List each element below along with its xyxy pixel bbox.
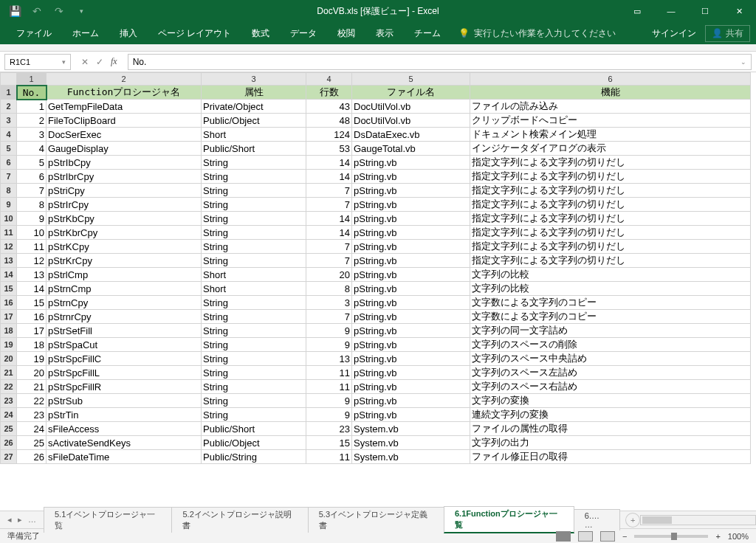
cell[interactable]: String — [202, 184, 306, 198]
cell[interactable]: Short — [202, 282, 306, 296]
view-normal-icon[interactable] — [556, 531, 571, 542]
header-cell-attr[interactable]: 属性 — [202, 86, 306, 100]
cell[interactable]: 7 — [17, 184, 47, 198]
chevron-down-icon[interactable]: ▾ — [62, 58, 66, 66]
cell[interactable]: String — [202, 212, 306, 226]
tab-review[interactable]: 校閲 — [327, 22, 365, 44]
cancel-formula-icon[interactable]: ✕ — [81, 57, 89, 67]
cell[interactable]: 指定文字列による文字列の切りだし — [470, 240, 751, 254]
sheet-nav-more[interactable]: … — [28, 515, 36, 525]
row-header[interactable]: 7 — [1, 170, 17, 184]
col-header[interactable]: 5 — [352, 73, 470, 86]
cell[interactable]: 指定文字列による文字列の切りだし — [470, 254, 751, 268]
enter-formula-icon[interactable]: ✓ — [96, 57, 103, 67]
header-cell-file[interactable]: ファイル名 — [352, 86, 470, 100]
cell[interactable]: 指定文字列による文字列の切りだし — [470, 226, 751, 240]
row-header[interactable]: 8 — [1, 184, 17, 198]
cell[interactable]: String — [202, 198, 306, 212]
tell-me-box[interactable]: 💡 実行したい作業を入力してください — [458, 27, 616, 40]
cell[interactable]: 22 — [17, 394, 47, 408]
cell[interactable]: Private/Object — [202, 100, 306, 114]
cell[interactable]: 14 — [306, 226, 352, 240]
cell[interactable]: pStrSpcFillC — [47, 352, 202, 366]
cell[interactable]: pStrlCmp — [47, 268, 202, 282]
cell[interactable]: 指定文字列による文字列の切りだし — [470, 170, 751, 184]
cell[interactable]: 8 — [306, 282, 352, 296]
cell[interactable]: 9 — [17, 212, 47, 226]
cell[interactable]: String — [202, 352, 306, 366]
cell[interactable]: 9 — [306, 394, 352, 408]
share-button[interactable]: 👤 共有 — [705, 25, 750, 42]
cell[interactable]: FileToClipBoard — [47, 114, 202, 128]
cell[interactable]: pStrIrCpy — [47, 198, 202, 212]
cell[interactable]: 124 — [306, 128, 352, 142]
cell[interactable]: 20 — [17, 366, 47, 380]
tab-view[interactable]: 表示 — [365, 22, 404, 44]
cell[interactable]: pString.vb — [352, 240, 470, 254]
row-header[interactable]: 22 — [1, 380, 17, 394]
cell[interactable]: DocUtilVol.vb — [352, 114, 470, 128]
cell[interactable]: pStrSetFill — [47, 324, 202, 338]
cell[interactable]: 17 — [17, 324, 47, 338]
cell[interactable]: クリップボードへコピー — [470, 114, 751, 128]
cell[interactable]: 14 — [17, 282, 47, 296]
row-header[interactable]: 6 — [1, 156, 17, 170]
cell[interactable]: String — [202, 240, 306, 254]
cell[interactable]: pString.vb — [352, 296, 470, 310]
cell[interactable]: String — [202, 380, 306, 394]
cell[interactable]: 2 — [17, 114, 47, 128]
col-header[interactable]: 4 — [306, 73, 352, 86]
cell[interactable]: 26 — [17, 450, 47, 464]
cell[interactable]: String — [202, 226, 306, 240]
cell[interactable]: 3 — [306, 296, 352, 310]
cell[interactable]: 連続文字列の変換 — [470, 408, 751, 422]
header-cell-feat[interactable]: 機能 — [470, 86, 751, 100]
cell[interactable]: Public/Short — [202, 142, 306, 156]
signin-link[interactable]: サインイン — [652, 27, 696, 40]
col-header[interactable]: 1 — [17, 73, 47, 86]
horizontal-scrollbar[interactable] — [640, 515, 756, 525]
cell[interactable]: ファイル修正日の取得 — [470, 450, 751, 464]
cell[interactable]: GaugeTotal.vb — [352, 142, 470, 156]
cell[interactable]: 文字列のスペース左詰め — [470, 366, 751, 380]
cell[interactable]: pString.vb — [352, 408, 470, 422]
cell[interactable]: pString.vb — [352, 268, 470, 282]
cell[interactable]: pString.vb — [352, 394, 470, 408]
cell[interactable]: pStrIbrCpy — [47, 170, 202, 184]
cell[interactable]: インジケータダイアログの表示 — [470, 142, 751, 156]
cell[interactable]: Public/Object — [202, 114, 306, 128]
cell[interactable]: pString.vb — [352, 156, 470, 170]
cell[interactable]: String — [202, 394, 306, 408]
cell[interactable]: 9 — [306, 338, 352, 352]
cell[interactable]: String — [202, 366, 306, 380]
cell[interactable]: GaugeDisplay — [47, 142, 202, 156]
cell[interactable]: Short — [202, 268, 306, 282]
cell[interactable]: 6 — [17, 170, 47, 184]
sheet-tab-6-more[interactable]: 6.… … — [574, 509, 621, 530]
cell[interactable]: DocSerExec — [47, 128, 202, 142]
cell[interactable]: pStrKbrCpy — [47, 226, 202, 240]
cell[interactable]: 文字列の変換 — [470, 394, 751, 408]
cell[interactable]: 文字列の出力 — [470, 436, 751, 450]
cell[interactable]: pString.vb — [352, 366, 470, 380]
tab-formulas[interactable]: 数式 — [241, 22, 280, 44]
cell[interactable]: pString.vb — [352, 282, 470, 296]
cell[interactable]: Public/Short — [202, 422, 306, 436]
qat-dropdown-icon[interactable]: ▾ — [75, 5, 87, 17]
sheet-nav-next-icon[interactable]: ▸ — [18, 515, 22, 525]
cell[interactable]: 24 — [17, 422, 47, 436]
zoom-level[interactable]: 100% — [728, 532, 749, 541]
cell[interactable]: 文字列の比較 — [470, 282, 751, 296]
view-pagelayout-icon[interactable] — [578, 531, 593, 542]
row-header[interactable]: 16 — [1, 296, 17, 310]
cell[interactable]: sActivateSendKeys — [47, 436, 202, 450]
cell[interactable]: System.vb — [352, 450, 470, 464]
cell[interactable]: pStrKrCpy — [47, 254, 202, 268]
cell[interactable]: pString.vb — [352, 170, 470, 184]
cell[interactable]: String — [202, 338, 306, 352]
minimize-icon[interactable]: — — [654, 0, 688, 22]
cell[interactable]: 指定文字列による文字列の切りだし — [470, 184, 751, 198]
cell[interactable]: 53 — [306, 142, 352, 156]
zoom-in-button[interactable]: + — [715, 532, 720, 541]
cell[interactable]: String — [202, 254, 306, 268]
